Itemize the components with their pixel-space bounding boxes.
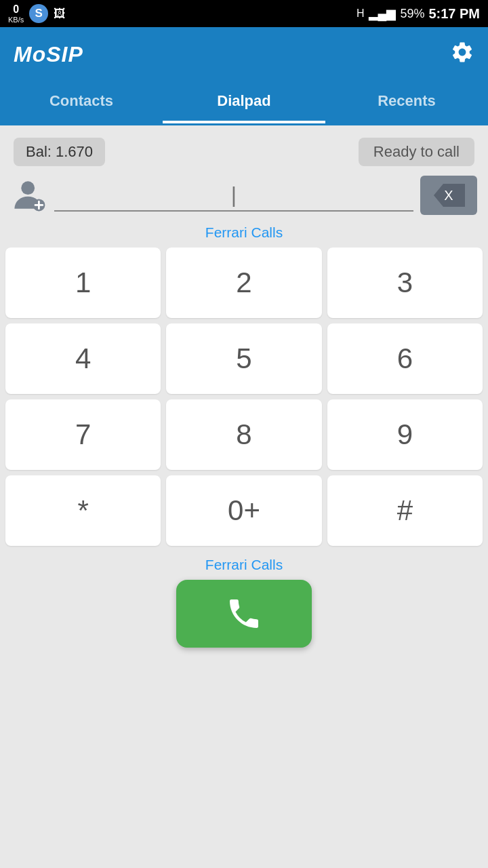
app-header: MoSIP xyxy=(0,27,488,81)
key-4[interactable]: 4 xyxy=(5,323,161,394)
bottom-area: Ferrari Calls xyxy=(0,546,488,654)
person-plus-icon xyxy=(11,177,47,214)
balance-display: Bal: 1.670 xyxy=(14,138,105,166)
account-label-top: Ferrari Calls xyxy=(0,220,488,248)
key-8[interactable]: 8 xyxy=(166,399,321,470)
backspace-icon: X xyxy=(431,182,466,208)
account-label-bottom: Ferrari Calls xyxy=(205,557,283,573)
phone-icon xyxy=(225,595,263,633)
keypad-row-1: 1 2 3 xyxy=(5,248,483,318)
key-5[interactable]: 5 xyxy=(166,323,321,394)
app-logo: MoSIP xyxy=(14,42,83,67)
key-9[interactable]: 9 xyxy=(327,399,483,470)
tab-recents[interactable]: Recents xyxy=(325,81,488,123)
status-bar: 0 KB/s S 🖼 H ▂▄▆ 59% 5:17 PM xyxy=(0,0,488,27)
svg-point-0 xyxy=(21,181,35,195)
info-bar: Bal: 1.670 Ready to call xyxy=(0,125,488,173)
keypad-row-2: 4 5 6 xyxy=(5,323,483,394)
signal-bars: ▂▄▆ xyxy=(369,6,396,21)
key-6[interactable]: 6 xyxy=(327,323,483,394)
settings-button[interactable] xyxy=(450,40,474,69)
add-contact-button[interactable] xyxy=(11,177,47,214)
key-star[interactable]: * xyxy=(5,475,161,546)
kb-indicator: 0 KB/s xyxy=(8,3,24,24)
dial-area: Bal: 1.670 Ready to call X xyxy=(0,125,488,868)
keypad-row-3: 7 8 9 xyxy=(5,399,483,470)
key-2[interactable]: 2 xyxy=(166,248,321,318)
phone-number-input[interactable] xyxy=(54,180,413,212)
photo-icon: 🖼 xyxy=(54,7,66,21)
key-0[interactable]: 0+ xyxy=(166,475,321,546)
key-hash[interactable]: # xyxy=(327,475,483,546)
svg-text:X: X xyxy=(444,188,453,203)
keypad-row-4: * 0+ # xyxy=(5,475,483,546)
key-7[interactable]: 7 xyxy=(5,399,161,470)
number-input-container[interactable] xyxy=(54,180,413,212)
battery-level: 59% xyxy=(400,7,424,21)
key-1[interactable]: 1 xyxy=(5,248,161,318)
tab-bar: Contacts Dialpad Recents xyxy=(0,81,488,125)
keypad: 1 2 3 4 5 6 7 8 9 * 0+ # xyxy=(0,248,488,546)
status-display: Ready to call xyxy=(359,138,474,166)
backspace-button[interactable]: X xyxy=(420,176,477,215)
status-right: H ▂▄▆ 59% 5:17 PM xyxy=(357,6,480,22)
network-indicator: H xyxy=(357,7,365,20)
input-row: X xyxy=(0,173,488,220)
tab-contacts[interactable]: Contacts xyxy=(0,81,163,123)
status-left: 0 KB/s S 🖼 xyxy=(8,3,66,24)
gear-icon xyxy=(450,40,474,64)
call-button[interactable] xyxy=(176,580,312,648)
s-avatar: S xyxy=(29,4,48,23)
clock: 5:17 PM xyxy=(428,6,480,22)
key-3[interactable]: 3 xyxy=(327,248,483,318)
tab-dialpad[interactable]: Dialpad xyxy=(163,81,325,123)
